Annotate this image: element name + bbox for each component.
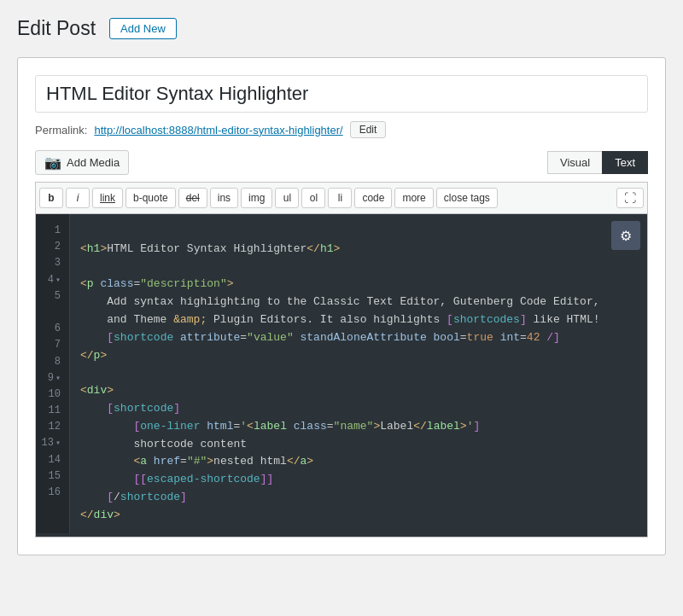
line-num-11: 11 xyxy=(36,403,69,419)
line-num-7: 7 xyxy=(36,337,69,353)
code-line-14: [[escaped-shortcode]] xyxy=(80,471,637,489)
fmt-ul[interactable]: ul xyxy=(275,188,299,208)
fmt-li[interactable]: li xyxy=(328,188,352,208)
line-num-blank xyxy=(36,305,69,321)
permalink-row: Permalink: http://localhost:8888/html-ed… xyxy=(35,121,648,138)
line-num-3: 3 xyxy=(36,255,69,271)
code-line-12: shortcode content xyxy=(80,436,637,454)
code-line-5b: and Theme &amp; Plugin Editors. It also … xyxy=(80,311,637,329)
fmt-code[interactable]: code xyxy=(354,188,392,208)
line-num-13: 13 xyxy=(36,435,69,451)
line-num-14: 14 xyxy=(36,452,69,468)
line-num-2: 2 xyxy=(36,239,69,255)
tab-visual[interactable]: Visual xyxy=(547,151,602,174)
post-editor: Permalink: http://localhost:8888/html-ed… xyxy=(17,57,666,555)
line-num-16: 16 xyxy=(36,485,69,501)
permalink-edit-button[interactable]: Edit xyxy=(350,121,387,138)
fmt-del[interactable]: del xyxy=(178,188,207,208)
code-line-10: [shortcode] xyxy=(80,400,637,418)
code-line-6: [shortcode attribute="value" standAloneA… xyxy=(80,329,637,347)
line-num-15: 15 xyxy=(36,468,69,485)
line-num-8: 8 xyxy=(36,354,69,370)
fmt-more[interactable]: more xyxy=(394,188,433,208)
line-numbers: 1 2 3 4 5 6 7 8 9 10 11 12 13 14 15 16 xyxy=(36,214,70,533)
fmt-ol[interactable]: ol xyxy=(301,188,325,208)
editor-toolbar-top: 📷 Add Media Visual Text xyxy=(35,150,648,175)
post-title-input[interactable] xyxy=(35,75,648,113)
fmt-close-tags[interactable]: close tags xyxy=(436,188,498,208)
add-media-label: Add Media xyxy=(67,156,120,169)
code-line-2: <h1>HTML Editor Syntax Highlighter</h1> xyxy=(80,241,637,259)
settings-button[interactable]: ⚙ xyxy=(611,221,640,250)
code-line-9: <div> xyxy=(80,382,637,400)
editor-tabs: Visual Text xyxy=(547,151,648,174)
add-new-button[interactable]: Add New xyxy=(109,18,177,39)
permalink-link[interactable]: http://localhost:8888/html-editor-syntax… xyxy=(94,124,342,137)
code-editor: 1 2 3 4 5 6 7 8 9 10 11 12 13 14 15 16 xyxy=(35,213,648,538)
fmt-img[interactable]: img xyxy=(241,188,272,208)
line-num-5: 5 xyxy=(36,288,69,305)
tab-text[interactable]: Text xyxy=(602,151,648,174)
code-line-5: Add syntax highlighting to the Classic T… xyxy=(80,293,637,311)
code-line-13: <a href="#">nested html</a> xyxy=(80,453,637,471)
code-editor-inner: 1 2 3 4 5 6 7 8 9 10 11 12 13 14 15 16 xyxy=(36,214,647,533)
code-line-16: </div> xyxy=(80,507,637,525)
line-num-4: 4 xyxy=(36,272,69,288)
line-num-6: 6 xyxy=(36,321,69,337)
page-header: Edit Post Add New xyxy=(17,17,666,40)
formatting-toolbar: b i link b-quote del ins img ul ol li co… xyxy=(35,182,648,213)
code-line-3 xyxy=(80,259,637,276)
fmt-italic[interactable]: i xyxy=(66,188,90,208)
line-num-9: 9 xyxy=(36,370,69,386)
code-line-1 xyxy=(80,223,637,241)
code-line-11: [one-liner html='<label class="name">Lab… xyxy=(80,418,637,436)
code-line-15: [/shortcode] xyxy=(80,489,637,507)
line-num-10: 10 xyxy=(36,386,69,403)
code-content[interactable]: <h1>HTML Editor Syntax Highlighter</h1> … xyxy=(70,214,647,533)
code-line-4: <p class="description"> xyxy=(80,276,637,293)
permalink-label: Permalink: xyxy=(35,124,87,137)
page-title: Edit Post xyxy=(17,17,96,40)
add-media-button[interactable]: 📷 Add Media xyxy=(35,150,129,175)
line-num-12: 12 xyxy=(36,419,69,435)
fmt-ins[interactable]: ins xyxy=(210,188,238,208)
fmt-bold[interactable]: b xyxy=(39,188,63,208)
fmt-link[interactable]: link xyxy=(92,188,123,208)
code-line-8 xyxy=(80,364,637,382)
media-icon: 📷 xyxy=(44,154,61,171)
fmt-expand-button[interactable]: ⛶ xyxy=(616,188,644,208)
fmt-bquote[interactable]: b-quote xyxy=(126,188,176,208)
code-line-7: </p> xyxy=(80,347,637,365)
line-num-1: 1 xyxy=(36,223,69,239)
